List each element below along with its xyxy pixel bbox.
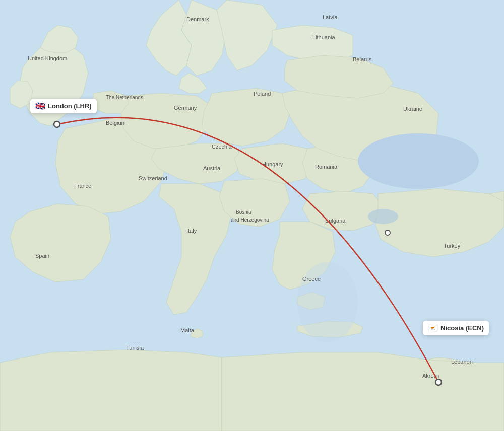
country-label-germany: Germany — [174, 105, 197, 111]
country-label-uk: United Kingdom — [28, 55, 67, 61]
svg-point-3 — [358, 133, 479, 189]
country-label-latvia: Latvia — [323, 14, 338, 20]
country-label-poland: Poland — [254, 91, 271, 97]
country-label-lithuania: Lithuania — [312, 34, 336, 40]
country-label-greece: Greece — [302, 276, 321, 282]
country-label-akrotiri: Akrotiri — [422, 373, 439, 379]
country-label-italy: Italy — [186, 228, 197, 234]
svg-point-1 — [368, 209, 398, 224]
country-label-tunisia: Tunisia — [126, 345, 144, 351]
country-label-netherlands: The Netherlands — [106, 95, 143, 100]
country-label-bosnia: Bosnia — [236, 209, 251, 215]
london-dot — [54, 121, 60, 127]
country-label-austria: Austria — [203, 165, 221, 171]
country-label-switzerland: Switzerland — [139, 175, 167, 181]
nicosia-dot — [435, 379, 442, 385]
country-label-denmark: Denmark — [186, 16, 209, 22]
country-label-romania: Romania — [315, 164, 338, 170]
country-label-turkey: Turkey — [444, 243, 461, 249]
map-svg: United Kingdom Denmark Latvia Lithuania … — [0, 0, 504, 431]
country-label-spain: Spain — [35, 253, 49, 259]
country-label-bosnia2: and Herzegovina — [231, 217, 269, 223]
country-label-france: France — [74, 183, 91, 189]
country-label-lebanon: Lebanon — [451, 358, 473, 365]
svg-point-2 — [297, 262, 358, 342]
country-label-belarus: Belarus — [353, 56, 372, 62]
country-label-ukraine: Ukraine — [403, 106, 422, 112]
country-label-belgium: Belgium — [106, 120, 126, 126]
route-midpoint-dot — [385, 230, 390, 235]
map-container: United Kingdom Denmark Latvia Lithuania … — [0, 0, 504, 431]
country-label-malta: Malta — [180, 327, 195, 333]
